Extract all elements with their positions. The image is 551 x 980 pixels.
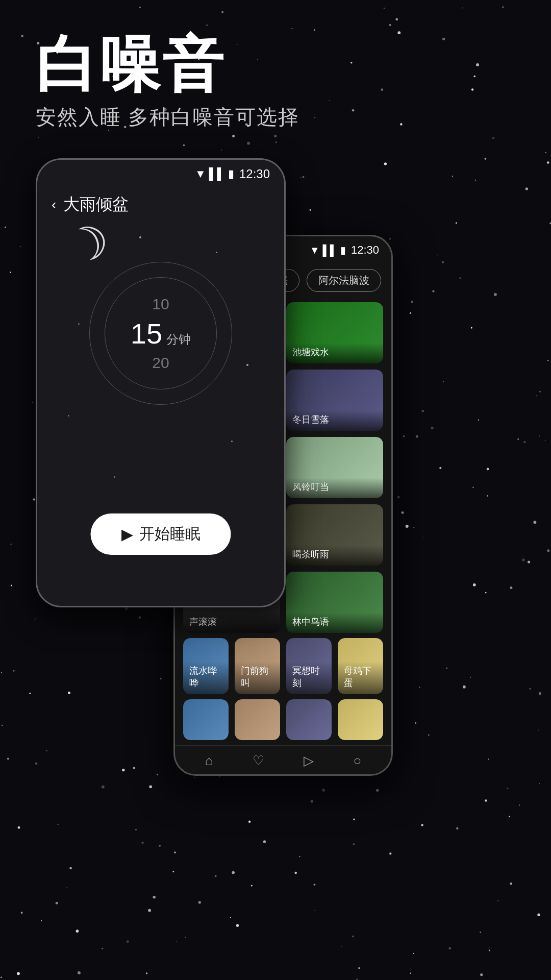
app-title: 白噪音 (36, 31, 299, 98)
extra-thumb-2 (286, 699, 332, 740)
deco-star-6 (231, 440, 233, 442)
sound-item-3[interactable]: 冬日雪落 (286, 370, 383, 431)
deco-star-5 (68, 415, 69, 416)
extra-thumb-1 (235, 699, 280, 740)
deco-star-3 (78, 323, 80, 325)
nav-user-icon[interactable]: ○ (354, 753, 362, 769)
battery-icon-back: ▮ (340, 244, 346, 256)
extra-item-0[interactable] (183, 699, 229, 740)
extra-thumb-0 (183, 699, 229, 740)
front-status-time: 12:30 (239, 167, 270, 181)
sound-label-3: 冬日雪落 (286, 410, 383, 431)
bottom-item-3[interactable]: 母鸡下蛋 (338, 638, 383, 694)
wifi-icon-back: ▼ (310, 244, 320, 256)
timer-prev: 10 (152, 296, 169, 313)
nav-home-icon[interactable]: ⌂ (205, 753, 213, 769)
phone-front-mockup: ▼ ▌▌ ▮ 12:30 ‹ 大雨倾盆 ☽ 10 15 分钟 20 (36, 158, 286, 607)
sound-item-5[interactable]: 风铃叮当 (286, 437, 383, 498)
bottom-item-0[interactable]: 流水哗哗 (183, 638, 229, 694)
extra-item-1[interactable] (235, 699, 280, 740)
timer-container[interactable]: 10 15 分钟 20 (89, 262, 232, 405)
deco-star-4 (246, 364, 248, 366)
start-button-label: 开始睡眠 (139, 524, 201, 545)
battery-icon: ▮ (228, 167, 234, 181)
sound-item-9[interactable]: 林中鸟语 (286, 572, 383, 633)
extra-thumb-3 (338, 699, 383, 740)
bottom-item-1[interactable]: 门前狗叫 (235, 638, 280, 694)
play-icon: ▶ (121, 525, 133, 543)
sound-label-8: 声滚滚 (183, 612, 280, 633)
nav-play-icon[interactable]: ▷ (304, 753, 314, 769)
nav-heart-icon[interactable]: ♡ (253, 753, 264, 769)
sound-label-7: 喝茶听雨 (286, 545, 383, 566)
bottom-label-3: 母鸡下蛋 (338, 662, 383, 694)
deco-star-1 (139, 236, 141, 238)
timer-numbers: 10 15 分钟 20 (131, 296, 191, 372)
signal-icon-back: ▌▌ (323, 244, 337, 256)
extra-item-3[interactable] (338, 699, 383, 740)
app-subtitle: 安然入睡 多种白噪音可选择 (36, 103, 299, 131)
timer-main: 15 分钟 (131, 317, 191, 350)
timer-next: 20 (152, 354, 169, 372)
screen-title: 大雨倾盆 (63, 193, 129, 216)
front-status-icons: ▼ ▌▌ ▮ (195, 167, 234, 181)
sound-label-1: 池塘戏水 (286, 343, 383, 363)
sound-label-9: 林中鸟语 (286, 612, 383, 633)
bottom-label-1: 门前狗叫 (235, 662, 280, 694)
bottom-item-2[interactable]: 冥想时刻 (286, 638, 332, 694)
front-status-bar: ▼ ▌▌ ▮ 12:30 (37, 160, 284, 188)
extra-item-2[interactable] (286, 699, 332, 740)
timer-unit: 分钟 (166, 331, 191, 348)
back-status-time: 12:30 (351, 243, 379, 257)
timer-value: 15 (131, 317, 162, 350)
bottom-sounds-row: 流水哗哗 门前狗叫 冥想时刻 母鸡下蛋 (175, 638, 391, 699)
front-nav-bar: ‹ 大雨倾盆 (37, 188, 284, 219)
bottom-label-0: 流水哗哗 (183, 662, 229, 694)
back-status-icons: ▼ ▌▌ ▮ (310, 244, 346, 256)
deco-star-7 (114, 476, 115, 478)
sound-item-7[interactable]: 喝茶听雨 (286, 504, 383, 566)
start-sleep-button[interactable]: ▶ 开始睡眠 (91, 513, 231, 555)
wifi-icon: ▼ (195, 167, 206, 181)
bottom-label-2: 冥想时刻 (286, 662, 332, 694)
back-button[interactable]: ‹ (52, 197, 56, 213)
bottom-row-2 (175, 699, 391, 745)
sound-label-5: 风铃叮当 (286, 478, 383, 498)
phone-back-nav-bar: ⌂ ♡ ▷ ○ (175, 745, 391, 776)
signal-icon: ▌▌ (209, 167, 225, 181)
tag-alpha[interactable]: 阿尔法脑波 (307, 269, 381, 292)
deco-star-2 (216, 252, 217, 253)
header: 白噪音 安然入睡 多种白噪音可选择 (36, 31, 299, 131)
sound-item-1[interactable]: 池塘戏水 (286, 302, 383, 363)
